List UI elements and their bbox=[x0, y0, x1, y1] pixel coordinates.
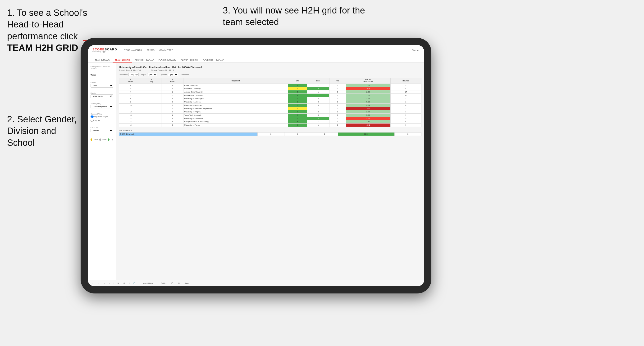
cell-conf: 1 bbox=[162, 90, 183, 94]
division-select[interactable]: NCAA Division I bbox=[90, 94, 113, 98]
ann2-line2: Division and bbox=[7, 126, 56, 136]
main-content: Last Updated: 27/03/2024 16:55:38 Team G… bbox=[88, 63, 424, 280]
cell-diff: 2.33 bbox=[346, 110, 390, 114]
grid-btn[interactable]: ⊞ bbox=[177, 282, 181, 285]
cell-rank: 2 bbox=[119, 84, 142, 87]
cell-win: 2 bbox=[288, 94, 307, 97]
cell-opponent: University of Arizona bbox=[183, 100, 288, 104]
col-loss: Loss bbox=[307, 78, 330, 84]
out-of-division-label: Out of division bbox=[119, 129, 422, 131]
table-row: 6 2 Florida State University 2 2 0 1.83 … bbox=[119, 94, 422, 97]
colour-by-select[interactable]: Win/loss bbox=[90, 129, 113, 132]
nav-committee[interactable]: COMMITTEE bbox=[159, 48, 173, 52]
table-row: 15 4 Georgia Institute of Technology 5 1… bbox=[119, 120, 422, 124]
gender-select[interactable]: Men's bbox=[90, 84, 113, 88]
cell-tie: 0 bbox=[330, 84, 346, 87]
cell-rounds: 8 bbox=[390, 87, 421, 90]
cell-rounds: 8 bbox=[390, 104, 421, 107]
cell-loss: 1 bbox=[307, 107, 330, 110]
cell-tie: 0 bbox=[330, 90, 346, 94]
cell-reg bbox=[142, 84, 162, 87]
view-original-btn[interactable]: View: Original bbox=[142, 282, 154, 285]
team-label: Team bbox=[90, 74, 113, 76]
region-select[interactable]: (All) bbox=[147, 73, 158, 76]
col-rank: #Rank bbox=[119, 78, 142, 84]
subnav-player-h2h-heatmap[interactable]: PLAYER H2H HEATMAP bbox=[200, 57, 226, 63]
out-div-tie: 0 bbox=[311, 133, 338, 136]
comment-btn[interactable]: 💬 bbox=[170, 282, 175, 285]
cell-win: 5 bbox=[288, 120, 307, 124]
ann2-line1: 2. Select Gender, bbox=[7, 114, 77, 124]
table-row: 10 5 University of Alabama 3 0 0 2.61 8 bbox=[119, 104, 422, 107]
forward-btn[interactable]: › bbox=[108, 282, 111, 285]
color-legend: Down Level Up bbox=[90, 139, 113, 141]
cell-conf: 1 bbox=[162, 84, 183, 87]
sign-out-link[interactable]: Sign out bbox=[412, 49, 420, 51]
cell-opponent: Florida State University bbox=[183, 94, 288, 97]
col-reg: #Reg bbox=[142, 78, 162, 84]
conference-filter: Conference (All) bbox=[119, 73, 139, 76]
grid-records: Overall Record: 89 - 17 - 0 Division Rec… bbox=[119, 69, 422, 71]
cell-reg bbox=[142, 110, 162, 114]
logo-sub: Powered by clippi bbox=[92, 51, 117, 52]
cell-rank: 4 bbox=[119, 90, 142, 94]
cell-reg bbox=[142, 100, 162, 104]
cell-win: 1 bbox=[288, 97, 307, 100]
colour-by-section: Colour by Win/loss bbox=[90, 127, 113, 132]
cell-loss: 0 bbox=[307, 110, 330, 114]
cell-diff: 2.61 bbox=[346, 104, 390, 107]
region-filter: Region (All) bbox=[141, 73, 158, 76]
clock-btn[interactable]: 🕐 bbox=[132, 282, 136, 285]
opponent-select[interactable]: (All) bbox=[168, 73, 178, 76]
cell-diff: 2.29 bbox=[346, 90, 390, 94]
subnav-player-summary[interactable]: PLAYER SUMMARY bbox=[156, 57, 178, 63]
back-btn[interactable]: ‹ bbox=[103, 282, 106, 285]
cell-tie: 0 bbox=[330, 110, 346, 114]
col-diff: Diff AvStrokes/Rnd bbox=[346, 78, 390, 84]
copy-btn[interactable]: ⧉ bbox=[116, 282, 120, 285]
subnav-player-h2h-grid[interactable]: PLAYER H2H GRID bbox=[178, 57, 200, 63]
nav-teams[interactable]: TEAMS bbox=[147, 48, 155, 52]
cell-opponent: Vanderbilt University bbox=[183, 87, 288, 90]
paste-btn[interactable]: ⊞ · bbox=[122, 282, 127, 285]
subnav-team-summary[interactable]: TEAM SUMMARY bbox=[92, 57, 112, 63]
opponent-label: Opponent bbox=[160, 74, 167, 75]
radio-opponents-played[interactable]: Opponents Played bbox=[90, 115, 113, 118]
conference-select[interactable]: (All) bbox=[128, 73, 139, 76]
radio-top-100[interactable]: Top 100 bbox=[90, 119, 113, 122]
cell-reg bbox=[142, 124, 162, 127]
nav-links: TOURNAMENTS TEAMS COMMITTEE bbox=[124, 48, 404, 52]
school-section: School (Rank) 1. University of Nort... bbox=[90, 103, 113, 108]
cell-diff: -2.29 bbox=[346, 87, 390, 90]
gender-label: Gender bbox=[90, 82, 113, 84]
cell-conf: 2 bbox=[162, 87, 183, 90]
subnav-team-h2h-heatmap[interactable]: TEAM H2H HEATMAP bbox=[132, 57, 156, 63]
watch-btn[interactable]: Watch ▾ bbox=[160, 282, 168, 285]
cell-diff: -6.42 bbox=[346, 124, 390, 127]
cell-rounds: 9 bbox=[390, 114, 421, 117]
redo-btn[interactable]: ↪ bbox=[97, 282, 100, 285]
cell-loss: 2 bbox=[307, 117, 330, 120]
grid-title: University of North Carolina Head-to-Hea… bbox=[119, 66, 422, 69]
cell-conf: 2 bbox=[162, 117, 183, 120]
col-tie: Tie bbox=[330, 78, 346, 84]
cell-opponent: University of Washington bbox=[183, 97, 288, 100]
cell-win: 0 bbox=[288, 107, 307, 110]
school-select[interactable]: 1. University of Nort... bbox=[90, 105, 113, 108]
cell-reg bbox=[142, 120, 162, 124]
cell-rounds: 3 bbox=[390, 97, 421, 100]
nav-tournaments[interactable]: TOURNAMENTS bbox=[124, 48, 142, 52]
cell-rounds: 9 bbox=[390, 117, 421, 120]
cell-win: 3 bbox=[288, 104, 307, 107]
cell-conf: 2 bbox=[162, 94, 183, 97]
table-row: 4 1 Arizona State University 5 1 0 2.29 … bbox=[119, 90, 422, 94]
cell-rank: 16 bbox=[119, 124, 142, 127]
out-of-division: Out of division NCAA Division II 1 0 0 2… bbox=[119, 129, 422, 136]
overall-record: Overall Record: 89 - 17 - 0 bbox=[119, 69, 141, 71]
share-btn[interactable]: Share bbox=[183, 282, 190, 285]
undo-btn[interactable]: ↩ bbox=[90, 282, 94, 285]
cell-opponent: Georgia Institute of Technology bbox=[183, 120, 288, 124]
down-label: Down bbox=[94, 139, 98, 141]
subnav-team-h2h-grid[interactable]: TEAM H2H GRID bbox=[112, 57, 132, 63]
cell-conf: 3 bbox=[162, 100, 183, 104]
